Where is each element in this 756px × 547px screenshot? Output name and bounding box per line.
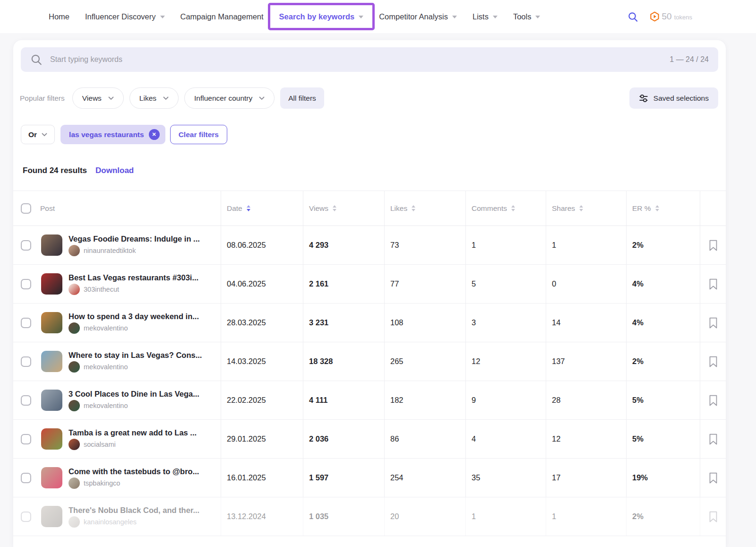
- all-filters-button[interactable]: All filters: [280, 87, 324, 109]
- post-author[interactable]: mekovalentino: [69, 361, 202, 373]
- sort-icon[interactable]: [511, 205, 515, 211]
- post-title[interactable]: Vegas Foodie Dreams: Indulge in ...: [69, 234, 200, 243]
- saved-selections-button[interactable]: Saved selections: [629, 87, 718, 109]
- table-row[interactable]: Best Las Vegas restaurants #303i...303in…: [13, 265, 726, 304]
- column-header-likes[interactable]: Likes: [384, 191, 465, 226]
- nav-item-lists[interactable]: Lists: [472, 12, 498, 21]
- bookmark-icon[interactable]: [708, 239, 718, 252]
- bookmark-icon[interactable]: [708, 511, 718, 523]
- views-value: 4 111: [309, 396, 327, 405]
- table-row[interactable]: 3 Cool Places to Dine in Las Vega...meko…: [13, 381, 726, 420]
- username: mekovalentino: [84, 324, 128, 332]
- bookmark-icon[interactable]: [708, 472, 718, 484]
- filter-dropdown-influencer-country[interactable]: Influencer country: [184, 87, 275, 109]
- sort-icon[interactable]: [412, 205, 415, 211]
- comments-value: 1: [472, 512, 476, 521]
- row-checkbox[interactable]: [21, 240, 31, 251]
- row-checkbox[interactable]: [21, 356, 31, 367]
- nav-item-tools[interactable]: Tools: [513, 12, 541, 21]
- views-value: 2 161: [309, 279, 328, 288]
- column-header-views[interactable]: Views: [303, 191, 384, 226]
- nav-item-campaign-management[interactable]: Campaign Management: [180, 12, 264, 21]
- post-author[interactable]: kanainlosangeles: [69, 516, 199, 528]
- date-value: 13.12.2024: [227, 512, 266, 521]
- post-info: Best Las Vegas restaurants #303i...303in…: [69, 273, 198, 295]
- post-thumbnail[interactable]: [41, 273, 62, 295]
- token-unit: tokens: [674, 14, 692, 21]
- clear-filters-button[interactable]: Clear filters: [170, 125, 227, 144]
- post-author[interactable]: mekovalentino: [69, 322, 199, 334]
- tokens-balance[interactable]: 50 tokens: [650, 11, 692, 22]
- views-value: 18 328: [309, 357, 333, 366]
- sort-icon[interactable]: [247, 205, 250, 211]
- select-all-checkbox[interactable]: [21, 203, 31, 214]
- comments-cell: 1: [465, 226, 546, 264]
- column-header-shares[interactable]: Shares: [546, 191, 626, 226]
- table-row[interactable]: There's Nobu Black Cod, and ther...kanai…: [13, 497, 726, 536]
- row-checkbox[interactable]: [21, 318, 31, 328]
- table-row[interactable]: How to spend a 3 day weekend in...mekova…: [13, 304, 726, 342]
- bookmark-icon[interactable]: [708, 356, 718, 368]
- post-thumbnail[interactable]: [41, 351, 62, 372]
- er-cell: 2%: [626, 497, 700, 536]
- post-title[interactable]: Come with the tastebuds to @bro...: [69, 467, 199, 476]
- post-thumbnail[interactable]: [41, 390, 62, 411]
- comments-value: 9: [472, 396, 476, 405]
- chevron-down-icon: [493, 16, 498, 18]
- post-author[interactable]: ninaunratedtiktok: [69, 245, 200, 256]
- row-checkbox[interactable]: [21, 473, 31, 483]
- post-thumbnail[interactable]: [41, 506, 62, 527]
- views-cell: 4 293: [303, 226, 384, 264]
- post-title[interactable]: There's Nobu Black Cod, and ther...: [69, 506, 199, 515]
- remove-chip-icon[interactable]: ✕: [149, 129, 160, 140]
- download-link[interactable]: Download: [95, 166, 134, 175]
- row-checkbox[interactable]: [21, 279, 31, 289]
- post-title[interactable]: Where to stay in Las Vegas? Cons...: [69, 351, 202, 360]
- post-author[interactable]: mekovalentino: [69, 400, 199, 411]
- post-thumbnail[interactable]: [41, 428, 62, 450]
- post-title[interactable]: 3 Cool Places to Dine in Las Vega...: [69, 390, 199, 399]
- likes-value: 20: [390, 512, 399, 521]
- column-header-er[interactable]: ER %: [626, 191, 700, 226]
- row-checkbox[interactable]: [21, 395, 31, 406]
- table-row[interactable]: Vegas Foodie Dreams: Indulge in ...ninau…: [13, 226, 726, 265]
- bookmark-icon[interactable]: [708, 278, 718, 290]
- column-header-date[interactable]: Date: [221, 191, 303, 226]
- post-title[interactable]: Tamba is a great new add to Las ...: [69, 428, 197, 437]
- post-thumbnail[interactable]: [41, 312, 62, 333]
- post-thumbnail[interactable]: [41, 234, 62, 256]
- operator-dropdown[interactable]: Or: [21, 125, 55, 144]
- nav-item-search-by-keywords[interactable]: Search by keywords: [279, 12, 364, 21]
- post-thumbnail[interactable]: [41, 467, 62, 488]
- post-cell: How to spend a 3 day weekend in...mekova…: [13, 304, 221, 342]
- filter-dropdown-likes[interactable]: Likes: [129, 87, 179, 109]
- column-header-comments[interactable]: Comments: [465, 191, 546, 226]
- post-author[interactable]: 303inthecut: [69, 284, 198, 295]
- nav-item-competitor-analysis[interactable]: Competitor Analysis: [379, 12, 457, 21]
- post-title[interactable]: How to spend a 3 day weekend in...: [69, 312, 199, 321]
- sort-icon[interactable]: [655, 205, 659, 211]
- keyword-chip[interactable]: las vegas restaurants ✕: [60, 125, 165, 144]
- nav-item-home[interactable]: Home: [49, 12, 69, 21]
- table-row[interactable]: Tamba is a great new add to Las ...socia…: [13, 420, 726, 459]
- table-row[interactable]: Where to stay in Las Vegas? Cons...mekov…: [13, 342, 726, 381]
- bookmark-icon[interactable]: [708, 317, 718, 329]
- row-checkbox[interactable]: [21, 512, 31, 522]
- chevron-down-icon: [259, 96, 265, 100]
- post-title[interactable]: Best Las Vegas restaurants #303i...: [69, 273, 198, 282]
- nav-item-influencer-discovery[interactable]: Influencer Discovery: [85, 12, 164, 21]
- filter-dropdown-views[interactable]: Views: [72, 87, 124, 109]
- username: ninaunratedtiktok: [84, 247, 136, 254]
- keyword-search-input[interactable]: [49, 55, 670, 64]
- bookmark-icon[interactable]: [708, 394, 718, 407]
- post-author[interactable]: socialsami: [69, 439, 197, 450]
- search-icon[interactable]: [627, 11, 638, 22]
- date-value: 16.01.2025: [227, 473, 266, 482]
- sort-icon[interactable]: [579, 205, 583, 211]
- sort-icon[interactable]: [333, 205, 336, 211]
- row-checkbox[interactable]: [21, 434, 31, 444]
- post-author[interactable]: tspbakingco: [69, 478, 199, 489]
- nav-item-label: Lists: [472, 12, 489, 21]
- table-row[interactable]: Come with the tastebuds to @bro...tspbak…: [13, 459, 726, 497]
- bookmark-icon[interactable]: [708, 433, 718, 445]
